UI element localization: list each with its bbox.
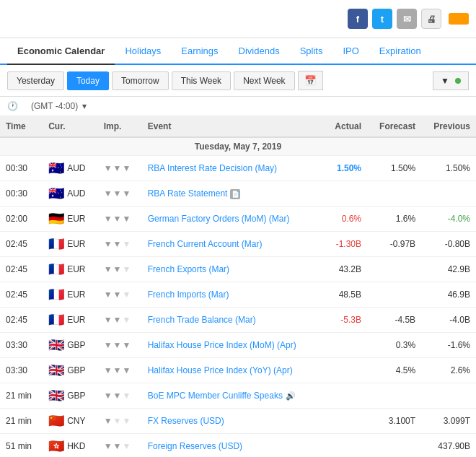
forecast-cell: 1.50% [367,156,421,181]
imp-icon: ▼ [104,340,113,350]
event-cell: French Current Account (Mar) [142,232,324,257]
today-button[interactable]: Today [67,71,109,90]
print-icon[interactable]: 🖨 [421,9,441,29]
tab-dividends[interactable]: Dividends [229,38,290,64]
calendar-picker-button[interactable]: 📅 [298,71,323,90]
imp-icon: ▼ [104,290,113,300]
event-link[interactable]: French Trade Balance (Mar) [148,315,256,325]
tomorrow-button[interactable]: Tomorrow [112,71,169,90]
this-week-button[interactable]: This Week [172,71,231,90]
time-cell: 02:45 [0,282,43,308]
timezone-dropdown-icon[interactable]: ▾ [82,101,87,111]
currency-label: GBP [67,391,85,401]
facebook-icon[interactable]: f [348,9,368,29]
importance-cell: ▼▼▼ [98,434,142,458]
event-cell: Halifax House Price Index (MoM) (Apr) [142,333,324,358]
imp-icon: ▼ [113,340,122,350]
tab-economic-calendar[interactable]: Economic Calendar [7,38,115,65]
flag-icon: 🇦🇺 [48,160,64,176]
toolbar: Yesterday Today Tomorrow This Week Next … [0,65,476,97]
currency-cell: 🇬🇧 GBP [43,383,98,409]
event-cell: BoE MPC Member Cunliffe Speaks🔊 [142,383,324,409]
previous-cell: 2.6% [421,358,476,383]
event-link[interactable]: BoE MPC Member Cunliffe Speaks [148,391,283,401]
previous-cell [421,383,476,409]
imp-icon: ▼ [122,239,131,249]
currency-label: AUD [67,163,85,173]
actual-cell [324,409,367,434]
currency-cell: 🇭🇰 HKD [43,434,98,458]
time-cell: 51 min [0,434,43,458]
event-link[interactable]: RBA Interest Rate Decision (May) [148,163,277,173]
imp-icon: ▼ [113,315,122,325]
imp-icon: ▼ [104,391,113,401]
twitter-icon[interactable]: t [372,9,392,29]
imp-icon: ▼ [122,441,131,451]
col-time: Time [0,116,43,137]
previous-cell: 1.50% [421,156,476,181]
filters-button[interactable]: ▼ [433,71,469,90]
forecast-cell [367,282,421,308]
yesterday-button[interactable]: Yesterday [7,71,64,90]
table-row: 02:45 🇫🇷 EUR ▼▼▼ French Trade Balance (M… [0,308,476,333]
time-cell: 21 min [0,383,43,409]
tab-splits[interactable]: Splits [290,38,333,64]
currency-cell: 🇦🇺 AUD [43,181,98,206]
currency-label: EUR [67,214,85,224]
actual-cell [324,333,367,358]
date-label: Tuesday, May 7, 2019 [0,137,476,156]
event-link[interactable]: Foreign Reserves (USD) [148,441,242,451]
currency-cell: 🇩🇪 EUR [43,206,98,232]
clock-icon: 🕐 [7,101,18,111]
imp-icon: ▼ [122,365,131,375]
col-previous: Previous [421,116,476,137]
imp-icon: ▼ [122,163,131,173]
currency-cell: 🇨🇳 CNY [43,409,98,434]
event-link[interactable]: French Exports (Mar) [148,264,229,274]
imp-icon: ▼ [113,290,122,300]
actual-cell: 48.5B [324,282,367,308]
flag-icon: 🇦🇺 [48,186,64,201]
flag-icon: 🇫🇷 [48,261,64,277]
time-cell: 00:30 [0,181,43,206]
flag-icon: 🇬🇧 [48,388,64,404]
table-row: 02:45 🇫🇷 EUR ▼▼▼ French Current Account … [0,232,476,257]
table-row: 21 min 🇨🇳 CNY ▼▼▼ FX Reserves (USD) 3.10… [0,409,476,434]
imp-icon: ▼ [104,315,113,325]
tab-ipo[interactable]: IPO [332,38,369,64]
tab-holidays[interactable]: Holidays [115,38,171,64]
currency-label: GBP [67,365,85,375]
actual-cell [324,383,367,409]
next-week-button[interactable]: Next Week [234,71,294,90]
event-link[interactable]: French Current Account (Mar) [148,239,263,249]
currency-label: EUR [67,264,85,274]
event-link[interactable]: Halifax House Price Index (YoY) (Apr) [148,365,293,375]
currency-cell: 🇬🇧 GBP [43,333,98,358]
event-link[interactable]: French Imports (Mar) [148,290,229,300]
tab-earnings[interactable]: Earnings [171,38,228,64]
actual-cell [324,434,367,458]
imp-icon: ▼ [122,214,131,224]
currency-label: HKD [67,441,85,451]
forecast-cell: -4.5B [367,308,421,333]
doc-icon: 📄 [230,189,240,199]
event-link[interactable]: German Factory Orders (MoM) (Mar) [148,214,290,224]
flag-icon: 🇬🇧 [48,337,64,353]
time-cell: 02:00 [0,206,43,232]
email-icon[interactable]: ✉ [397,9,417,29]
importance-cell: ▼▼▼ [98,358,142,383]
trade-button[interactable] [449,13,469,25]
nav-tabs: Economic Calendar Holidays Earnings Divi… [0,38,476,65]
imp-icon: ▼ [122,340,131,350]
col-actual: Actual [324,116,367,137]
timezone-label: (GMT -4:00) [31,101,78,111]
event-link[interactable]: FX Reserves (USD) [148,416,224,426]
time-cell: 02:45 [0,232,43,257]
currency-label: EUR [67,290,85,300]
currency-cell: 🇫🇷 EUR [43,308,98,333]
tab-expiration[interactable]: Expiration [369,38,431,64]
event-link[interactable]: Halifax House Price Index (MoM) (Apr) [148,340,296,350]
currency-label: CNY [67,416,85,426]
time-cell: 21 min [0,409,43,434]
event-link[interactable]: RBA Rate Statement [148,188,228,199]
